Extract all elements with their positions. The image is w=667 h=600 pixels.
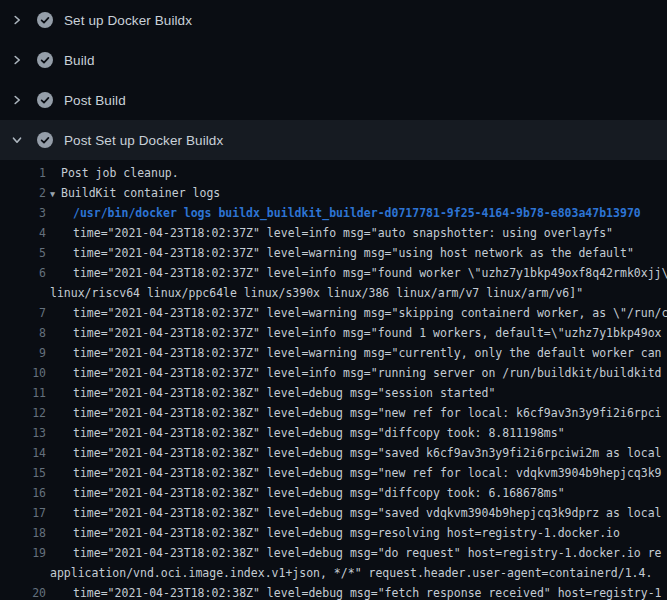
line-number[interactable]: 1 [0,163,46,183]
line-number[interactable] [0,283,46,303]
log-line: 1 Post job cleanup. [0,163,667,183]
line-number[interactable]: 20 [0,583,46,600]
line-number[interactable]: 10 [0,363,46,383]
log-line: 10 time="2021-04-23T18:02:37Z" level=inf… [0,363,667,383]
chevron-right-icon[interactable] [11,14,23,26]
step-label: Post Build [64,93,126,108]
log-group-caret-icon[interactable]: ▼ [50,184,61,204]
line-content: time="2021-04-23T18:02:37Z" level=info m… [46,323,662,343]
line-number[interactable]: 8 [0,323,46,343]
chevron-right-icon[interactable] [11,94,23,106]
log-line: 8 time="2021-04-23T18:02:37Z" level=info… [0,323,667,343]
steps-list: Set up Docker Buildx Build Post Build Po… [0,0,667,160]
actions-log-viewer: Set up Docker Buildx Build Post Build Po… [0,0,667,600]
line-number[interactable]: 13 [0,423,46,443]
line-number[interactable] [0,563,46,583]
line-content: linux/riscv64 linux/ppc64le linux/s390x … [46,283,583,303]
line-content: /usr/bin/docker logs buildx_buildkit_bui… [46,203,641,223]
log-line: 3 /usr/bin/docker logs buildx_buildkit_b… [0,203,667,223]
line-content: time="2021-04-23T18:02:37Z" level=info m… [46,223,613,243]
line-content: time="2021-04-23T18:02:37Z" level=warnin… [46,343,662,363]
line-number[interactable]: 11 [0,383,46,403]
log-line: 17 time="2021-04-23T18:02:38Z" level=deb… [0,503,667,523]
line-number[interactable]: 5 [0,243,46,263]
chevron-right-icon[interactable] [11,54,23,66]
check-circle-icon [37,52,53,68]
step-row[interactable]: Build [0,40,667,80]
line-content: time="2021-04-23T18:02:38Z" level=debug … [46,543,662,563]
log-line: application/vnd.oci.image.index.v1+json,… [0,563,667,583]
line-content: time="2021-04-23T18:02:38Z" level=debug … [46,583,662,600]
line-content: time="2021-04-23T18:02:38Z" level=debug … [46,423,565,443]
line-content: ▼BuildKit container logs [46,183,220,203]
log-line: 16 time="2021-04-23T18:02:38Z" level=deb… [0,483,667,503]
line-content: time="2021-04-23T18:02:38Z" level=debug … [46,383,495,403]
step-label: Build [64,53,95,68]
log-line: 7 time="2021-04-23T18:02:37Z" level=warn… [0,303,667,323]
line-number[interactable]: 9 [0,343,46,363]
line-content: time="2021-04-23T18:02:38Z" level=debug … [46,403,662,423]
line-number[interactable]: 2 [0,183,46,203]
log-line: 12 time="2021-04-23T18:02:38Z" level=deb… [0,403,667,423]
line-number[interactable]: 6 [0,263,46,283]
line-content: time="2021-04-23T18:02:37Z" level=warnin… [46,303,667,323]
line-content: time="2021-04-23T18:02:37Z" level=info m… [46,363,662,383]
line-number[interactable]: 19 [0,543,46,563]
log-line: linux/riscv64 linux/ppc64le linux/s390x … [0,283,667,303]
line-content: application/vnd.oci.image.index.v1+json,… [46,563,652,583]
line-content: time="2021-04-23T18:02:38Z" level=debug … [46,503,662,523]
line-content: time="2021-04-23T18:02:38Z" level=debug … [46,523,620,543]
step-row[interactable]: Post Set up Docker Buildx [0,120,667,160]
line-number[interactable]: 12 [0,403,46,423]
step-label: Set up Docker Buildx [64,13,192,28]
log-line: 20 time="2021-04-23T18:02:38Z" level=deb… [0,583,667,600]
log-line: 5 time="2021-04-23T18:02:37Z" level=warn… [0,243,667,263]
line-number[interactable]: 4 [0,223,46,243]
check-circle-icon [37,92,53,108]
log-line: 9 time="2021-04-23T18:02:37Z" level=warn… [0,343,667,363]
line-number[interactable]: 16 [0,483,46,503]
line-number[interactable]: 3 [0,203,46,223]
log-line: 14 time="2021-04-23T18:02:38Z" level=deb… [0,443,667,463]
line-content: time="2021-04-23T18:02:38Z" level=debug … [46,463,662,483]
log-area: 1 Post job cleanup. 2 ▼BuildKit containe… [0,160,667,600]
check-circle-icon [37,132,53,148]
line-content: time="2021-04-23T18:02:38Z" level=debug … [46,483,565,503]
line-number[interactable]: 7 [0,303,46,323]
chevron-down-icon[interactable] [11,134,23,146]
line-content: Post job cleanup. [46,163,179,183]
log-line: 13 time="2021-04-23T18:02:38Z" level=deb… [0,423,667,443]
step-label: Post Set up Docker Buildx [64,133,223,148]
line-number[interactable]: 18 [0,523,46,543]
line-content: time="2021-04-23T18:02:37Z" level=warnin… [46,243,634,263]
line-number[interactable]: 14 [0,443,46,463]
log-line: 19 time="2021-04-23T18:02:38Z" level=deb… [0,543,667,563]
line-number[interactable]: 15 [0,463,46,483]
log-line: 11 time="2021-04-23T18:02:38Z" level=deb… [0,383,667,403]
log-line: 6 time="2021-04-23T18:02:37Z" level=info… [0,263,667,283]
check-circle-icon [37,12,53,28]
log-line: 4 time="2021-04-23T18:02:37Z" level=info… [0,223,667,243]
log-line: 18 time="2021-04-23T18:02:38Z" level=deb… [0,523,667,543]
log-line: 15 time="2021-04-23T18:02:38Z" level=deb… [0,463,667,483]
line-number[interactable]: 17 [0,503,46,523]
step-row[interactable]: Set up Docker Buildx [0,0,667,40]
line-content: time="2021-04-23T18:02:37Z" level=info m… [46,263,667,283]
log-line: 2 ▼BuildKit container logs [0,183,667,203]
line-content: time="2021-04-23T18:02:38Z" level=debug … [46,443,662,463]
step-row[interactable]: Post Build [0,80,667,120]
